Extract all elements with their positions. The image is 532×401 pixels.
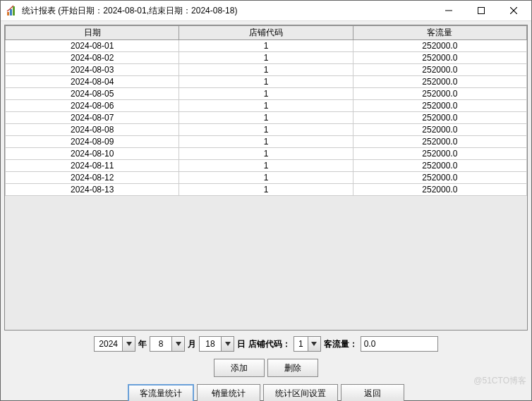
cell-store: 1 xyxy=(179,40,353,52)
cell-store: 1 xyxy=(179,88,353,100)
cell-store: 1 xyxy=(179,148,353,160)
table-row[interactable]: 2024-08-091252000.0 xyxy=(6,136,527,148)
day-dropdown-icon[interactable] xyxy=(221,337,234,351)
cell-date: 2024-08-09 xyxy=(6,136,179,148)
cell-traffic: 252000.0 xyxy=(353,112,526,124)
month-label: 月 xyxy=(188,338,196,350)
cell-traffic: 252000.0 xyxy=(353,40,526,52)
cell-date: 2024-08-08 xyxy=(6,124,179,136)
year-selector[interactable]: 2024 xyxy=(94,336,135,352)
month-value: 8 xyxy=(150,339,171,349)
cell-traffic: 252000.0 xyxy=(353,184,526,196)
delete-button[interactable]: 删除 xyxy=(267,359,318,377)
cell-store: 1 xyxy=(179,52,353,64)
year-label: 年 xyxy=(138,338,147,350)
table-row[interactable]: 2024-08-041252000.0 xyxy=(6,76,527,88)
table-row[interactable]: 2024-08-071252000.0 xyxy=(6,112,527,124)
cell-traffic: 252000.0 xyxy=(353,52,526,64)
interval-settings-button[interactable]: 统计区间设置 xyxy=(263,384,338,401)
cell-date: 2024-08-11 xyxy=(6,160,179,172)
cell-traffic: 252000.0 xyxy=(353,148,526,160)
data-table: 日期 店铺代码 客流量 2024-08-011252000.02024-08-0… xyxy=(5,25,527,196)
data-table-container: 日期 店铺代码 客流量 2024-08-011252000.02024-08-0… xyxy=(4,25,528,331)
app-icon xyxy=(6,5,18,16)
input-row: 2024 年 8 月 18 日 店铺代码： 1 xyxy=(4,336,528,352)
traffic-stats-button[interactable]: 客流量统计 xyxy=(128,384,194,401)
cell-store: 1 xyxy=(179,136,353,148)
cell-traffic: 252000.0 xyxy=(353,172,526,184)
cell-date: 2024-08-02 xyxy=(6,52,179,64)
day-label: 日 xyxy=(237,338,246,350)
cell-date: 2024-08-05 xyxy=(6,88,179,100)
svg-rect-1 xyxy=(10,9,12,16)
table-row[interactable]: 2024-08-111252000.0 xyxy=(6,160,527,172)
table-row[interactable]: 2024-08-101252000.0 xyxy=(6,148,527,160)
cell-store: 1 xyxy=(179,112,353,124)
month-dropdown-icon[interactable] xyxy=(171,337,184,351)
col-header-store[interactable]: 店铺代码 xyxy=(179,26,353,40)
svg-rect-0 xyxy=(7,12,9,16)
controls-panel: 2024 年 8 月 18 日 店铺代码： 1 xyxy=(4,331,528,401)
store-code-label: 店铺代码： xyxy=(248,338,291,350)
action-row-1: 添加 删除 xyxy=(4,359,528,377)
col-header-date[interactable]: 日期 xyxy=(6,26,179,40)
cell-traffic: 252000.0 xyxy=(353,88,526,100)
cell-traffic: 252000.0 xyxy=(353,136,526,148)
store-code-selector[interactable]: 1 xyxy=(294,336,321,352)
cell-date: 2024-08-06 xyxy=(6,100,179,112)
table-row[interactable]: 2024-08-131252000.0 xyxy=(6,184,527,196)
cell-date: 2024-08-12 xyxy=(6,172,179,184)
cell-date: 2024-08-10 xyxy=(6,148,179,160)
table-row[interactable]: 2024-08-081252000.0 xyxy=(6,124,527,136)
add-button[interactable]: 添加 xyxy=(214,359,265,377)
window-title: 统计报表 (开始日期：2024-08-01,结束日期：2024-08-18) xyxy=(22,5,433,17)
window-controls xyxy=(433,1,530,20)
cell-traffic: 252000.0 xyxy=(353,76,526,88)
action-row-2: 客流量统计 销量统计 统计区间设置 返回 xyxy=(4,384,528,401)
cell-store: 1 xyxy=(179,160,353,172)
traffic-input[interactable] xyxy=(361,336,438,352)
table-empty-area xyxy=(5,196,527,330)
cell-store: 1 xyxy=(179,100,353,112)
year-dropdown-icon[interactable] xyxy=(122,337,135,351)
svg-rect-2 xyxy=(13,6,15,16)
cell-store: 1 xyxy=(179,76,353,88)
store-dropdown-icon[interactable] xyxy=(308,337,320,351)
cell-date: 2024-08-01 xyxy=(6,40,179,52)
table-row[interactable]: 2024-08-011252000.0 xyxy=(6,40,527,52)
cell-date: 2024-08-04 xyxy=(6,76,179,88)
cell-store: 1 xyxy=(179,124,353,136)
cell-date: 2024-08-03 xyxy=(6,64,179,76)
cell-date: 2024-08-13 xyxy=(6,184,179,196)
col-header-traffic[interactable]: 客流量 xyxy=(353,26,526,40)
month-selector[interactable]: 8 xyxy=(150,336,185,352)
table-row[interactable]: 2024-08-021252000.0 xyxy=(6,52,527,64)
cell-store: 1 xyxy=(179,64,353,76)
sales-stats-button[interactable]: 销量统计 xyxy=(197,384,260,401)
minimize-button[interactable] xyxy=(433,1,465,20)
cell-traffic: 252000.0 xyxy=(353,100,526,112)
close-button[interactable] xyxy=(497,1,530,20)
maximize-button[interactable] xyxy=(465,1,497,20)
back-button[interactable]: 返回 xyxy=(341,384,404,401)
cell-traffic: 252000.0 xyxy=(353,160,526,172)
day-selector[interactable]: 18 xyxy=(199,336,234,352)
day-value: 18 xyxy=(200,339,221,349)
cell-store: 1 xyxy=(179,172,353,184)
cell-store: 1 xyxy=(179,184,353,196)
store-code-value: 1 xyxy=(294,339,308,349)
titlebar: 统计报表 (开始日期：2024-08-01,结束日期：2024-08-18) xyxy=(1,1,531,21)
table-row[interactable]: 2024-08-121252000.0 xyxy=(6,172,527,184)
traffic-label: 客流量： xyxy=(324,338,358,350)
table-row[interactable]: 2024-08-051252000.0 xyxy=(6,88,527,100)
cell-date: 2024-08-07 xyxy=(6,112,179,124)
content-area: 日期 店铺代码 客流量 2024-08-011252000.02024-08-0… xyxy=(1,21,531,401)
cell-traffic: 252000.0 xyxy=(353,64,526,76)
svg-rect-4 xyxy=(478,8,485,14)
year-value: 2024 xyxy=(95,339,122,349)
table-row[interactable]: 2024-08-061252000.0 xyxy=(6,100,527,112)
app-window: 统计报表 (开始日期：2024-08-01,结束日期：2024-08-18) 日… xyxy=(0,0,532,401)
table-row[interactable]: 2024-08-031252000.0 xyxy=(6,64,527,76)
cell-traffic: 252000.0 xyxy=(353,124,526,136)
